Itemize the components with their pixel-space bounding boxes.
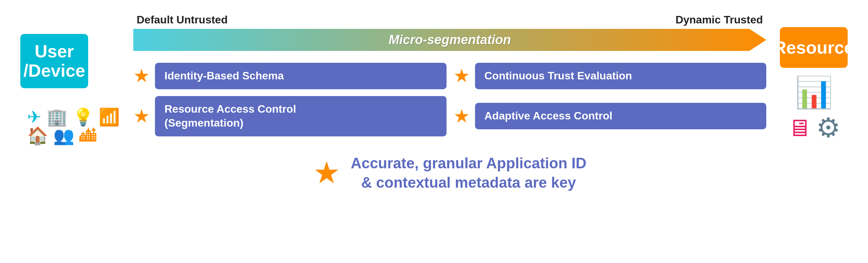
airport-icon: ✈ <box>27 109 41 126</box>
micro-segmentation-label: Micro-segmentation <box>389 33 511 47</box>
label-default-untrusted: Default Untrusted <box>137 14 228 26</box>
feature-box-adaptive: Adaptive Access Control <box>475 103 767 129</box>
server-icon-group: 🖥 ⚙ <box>787 112 841 144</box>
center-content: Default Untrusted Dynamic Trusted Micro-… <box>133 14 766 192</box>
feature-item-identity: ★ Identity-Based Schema <box>133 63 447 89</box>
user-device-box: User/Device <box>20 34 88 88</box>
icon-row-2: 🏠 👥 🏙 <box>27 127 120 144</box>
label-dynamic-trusted: Dynamic Trusted <box>675 14 763 26</box>
resource-section: Resource 📊 🖥 ⚙ <box>780 27 848 144</box>
gear-icon: ⚙ <box>816 112 841 144</box>
feature-label-adaptive: Adaptive Access Control <box>485 110 613 122</box>
users-icon: 👥 <box>53 127 74 144</box>
star-icon-adaptive: ★ <box>453 107 470 126</box>
feature-item-resource-access: ★ Resource Access Control(Segmentation) <box>133 96 447 136</box>
building-icon: 🏢 <box>46 109 67 126</box>
bulb-icon: 💡 <box>73 109 94 126</box>
right-icons-row-1: 📊 <box>795 75 833 110</box>
icon-row-1: ✈ 🏢 💡 📶 <box>27 109 120 126</box>
feature-item-adaptive: ★ Adaptive Access Control <box>453 96 767 136</box>
feature-box-trust: Continuous Trust Evaluation <box>475 63 767 89</box>
feature-box-identity: Identity-Based Schema <box>155 63 447 89</box>
features-grid: ★ Identity-Based Schema ★ Continuous Tru… <box>133 63 766 136</box>
bottom-text: Accurate, granular Application ID & cont… <box>351 153 586 192</box>
feature-label-resource-access: Resource Access Control(Segmentation) <box>164 103 296 129</box>
labels-row: Default Untrusted Dynamic Trusted <box>133 14 766 26</box>
home-icon: 🏠 <box>27 127 48 144</box>
wifi-icon: 📶 <box>99 109 120 126</box>
bar-chart-icon: 📊 <box>795 75 833 110</box>
bottom-section: ★ Accurate, granular Application ID & co… <box>133 153 766 192</box>
server-icon: 🖥 <box>787 114 811 142</box>
bottom-line2: & contextual metadata are key <box>361 174 576 191</box>
star-icon-resource-access: ★ <box>133 107 150 126</box>
arrow-bar-container: Micro-segmentation <box>133 29 766 53</box>
bottom-line1: Accurate, granular Application ID <box>351 155 586 171</box>
left-icons: ✈ 🏢 💡 📶 🏠 👥 🏙 <box>27 109 120 144</box>
micro-segmentation-arrow: Micro-segmentation <box>133 29 766 51</box>
feature-item-trust: ★ Continuous Trust Evaluation <box>453 63 767 89</box>
right-icons: 📊 🖥 ⚙ <box>787 75 841 144</box>
feature-label-identity: Identity-Based Schema <box>164 70 284 82</box>
star-icon-identity: ★ <box>133 67 150 85</box>
star-icon-trust: ★ <box>453 67 470 85</box>
resource-box: Resource <box>780 27 848 68</box>
feature-label-trust: Continuous Trust Evaluation <box>485 70 632 82</box>
resource-label: Resource <box>774 37 854 58</box>
star-icon-bottom: ★ <box>313 157 340 188</box>
city-icon: 🏙 <box>79 127 96 144</box>
feature-box-resource-access: Resource Access Control(Segmentation) <box>155 96 447 136</box>
main-container: User/Device ✈ 🏢 💡 📶 🏠 👥 🏙 Default Untrus… <box>0 0 868 263</box>
user-device-label: User/Device <box>23 42 85 80</box>
